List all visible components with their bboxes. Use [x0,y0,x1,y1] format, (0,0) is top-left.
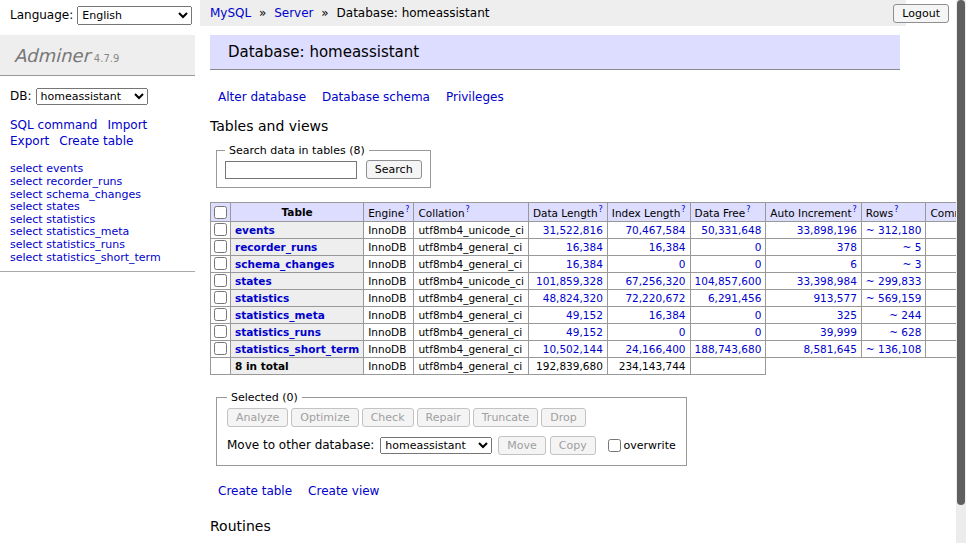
table-name-link-statistics-short-term[interactable]: statistics_short_term [235,343,359,355]
auto-increment-link[interactable]: 325 [837,309,857,321]
rows-count-link[interactable]: ~ 312,180 [866,224,922,236]
table-link-statistics-short-term[interactable]: statistics_short_term [46,251,160,264]
action-link-database-schema[interactable]: Database schema [322,90,430,104]
auto-increment-link[interactable]: 378 [837,241,857,253]
check-button[interactable]: Check [362,408,414,427]
data-length-link[interactable]: 49,152 [566,326,603,338]
overwrite-checkbox[interactable] [608,439,621,452]
auto-increment-link[interactable]: 913,577 [813,292,856,304]
menu-link-export[interactable]: Export [10,134,49,148]
vertical-scrollbar[interactable] [956,0,966,543]
logout-button[interactable]: Logout [893,4,949,23]
optimize-button[interactable]: Optimize [291,408,358,427]
index-length-link[interactable]: 70,467,584 [625,224,685,236]
data-free-link[interactable]: 50,331,648 [701,224,761,236]
menu-link-create-table[interactable]: Create table [59,134,133,148]
select-link-states[interactable]: select [10,200,43,213]
table-name-link-statistics-meta[interactable]: statistics_meta [235,309,325,321]
move-button[interactable]: Move [498,436,546,455]
index-length-link[interactable]: 72,220,672 [625,292,685,304]
data-free-link[interactable]: 0 [755,326,762,338]
data-free-link[interactable]: 6,291,456 [708,292,761,304]
drop-button[interactable]: Drop [541,408,585,427]
rows-count-link[interactable]: ~ 628 [889,326,921,338]
select-link-events[interactable]: select [10,162,43,175]
menu-link-import[interactable]: Import [107,118,147,132]
table-link-recorder-runs[interactable]: recorder_runs [46,175,122,188]
row-checkbox-schema-changes[interactable] [214,257,227,270]
help-link-index-length[interactable]: ? [681,205,685,214]
auto-increment-link[interactable]: 8,581,645 [803,343,856,355]
data-length-link[interactable]: 49,152 [566,309,603,321]
table-link-events[interactable]: events [46,162,83,175]
rows-count-link[interactable]: ~ 136,108 [866,343,922,355]
app-name[interactable]: Adminer [14,45,90,66]
data-length-link[interactable]: 16,384 [566,241,603,253]
repair-button[interactable]: Repair [417,408,470,427]
breadcrumb-item-server[interactable]: Server [274,6,313,20]
move-database-select[interactable]: homeassistant [380,437,492,454]
rows-count-link[interactable]: ~ 5 [903,241,922,253]
row-checkbox-statistics-runs[interactable] [214,325,227,338]
auto-increment-link[interactable]: 33,898,196 [797,224,857,236]
create-link-create-table[interactable]: Create table [218,484,292,498]
data-free-link[interactable]: 104,857,600 [695,275,762,287]
table-link-statistics-meta[interactable]: statistics_meta [46,225,129,238]
help-link-data-length[interactable]: ? [599,205,603,214]
help-link-collation[interactable]: ? [466,205,470,214]
search-button[interactable]: Search [366,160,422,179]
index-length-link[interactable]: 0 [679,326,686,338]
select-link-statistics[interactable]: select [10,213,43,226]
index-length-link[interactable]: 24,166,400 [625,343,685,355]
search-input[interactable] [225,161,357,179]
rows-count-link[interactable]: ~ 244 [889,309,921,321]
data-length-link[interactable]: 10,502,144 [543,343,603,355]
data-length-link[interactable]: 101,859,328 [536,275,603,287]
select-link-statistics-runs[interactable]: select [10,238,43,251]
table-name-link-schema-changes[interactable]: schema_changes [235,258,335,270]
data-length-link[interactable]: 16,384 [566,258,603,270]
help-link-engine[interactable]: ? [405,205,409,214]
truncate-button[interactable]: Truncate [473,408,538,427]
create-link-create-view[interactable]: Create view [308,484,379,498]
language-select[interactable]: English [77,6,192,25]
data-free-link[interactable]: 0 [755,241,762,253]
help-link-data-free[interactable]: ? [746,205,750,214]
select-link-schema-changes[interactable]: select [10,188,43,201]
row-checkbox-statistics[interactable] [214,291,227,304]
auto-increment-link[interactable]: 33,398,984 [797,275,857,287]
scrollbar-thumb[interactable] [957,0,965,505]
rows-count-link[interactable]: ~ 3 [903,258,922,270]
table-name-link-statistics[interactable]: statistics [235,292,289,304]
auto-increment-link[interactable]: 39,999 [820,326,857,338]
data-free-link[interactable]: 0 [755,258,762,270]
table-link-schema-changes[interactable]: schema_changes [46,188,141,201]
select-all-checkbox[interactable] [214,206,227,219]
select-link-statistics-meta[interactable]: select [10,225,43,238]
row-checkbox-statistics-meta[interactable] [214,308,227,321]
analyze-button[interactable]: Analyze [227,408,288,427]
table-name-link-states[interactable]: states [235,275,272,287]
help-link-rows[interactable]: ? [894,205,898,214]
db-select[interactable]: homeassistant [36,88,148,105]
data-free-link[interactable]: 0 [755,309,762,321]
auto-increment-link[interactable]: 6 [850,258,857,270]
select-link-recorder-runs[interactable]: select [10,175,43,188]
data-length-link[interactable]: 48,824,320 [543,292,603,304]
data-length-link[interactable]: 31,522,816 [543,224,603,236]
help-link-auto-increment[interactable]: ? [853,205,857,214]
index-length-link[interactable]: 67,256,320 [625,275,685,287]
copy-button[interactable]: Copy [550,436,596,455]
rows-count-link[interactable]: ~ 569,159 [866,292,922,304]
table-link-states[interactable]: states [46,200,80,213]
row-checkbox-recorder-runs[interactable] [214,240,227,253]
index-length-link[interactable]: 0 [679,258,686,270]
index-length-link[interactable]: 16,384 [649,309,686,321]
table-link-statistics-runs[interactable]: statistics_runs [46,238,125,251]
action-link-privileges[interactable]: Privileges [446,90,504,104]
table-name-link-recorder-runs[interactable]: recorder_runs [235,241,317,253]
rows-count-link[interactable]: ~ 299,833 [866,275,922,287]
row-checkbox-states[interactable] [214,274,227,287]
select-link-statistics-short-term[interactable]: select [10,251,43,264]
table-link-statistics[interactable]: statistics [46,213,95,226]
